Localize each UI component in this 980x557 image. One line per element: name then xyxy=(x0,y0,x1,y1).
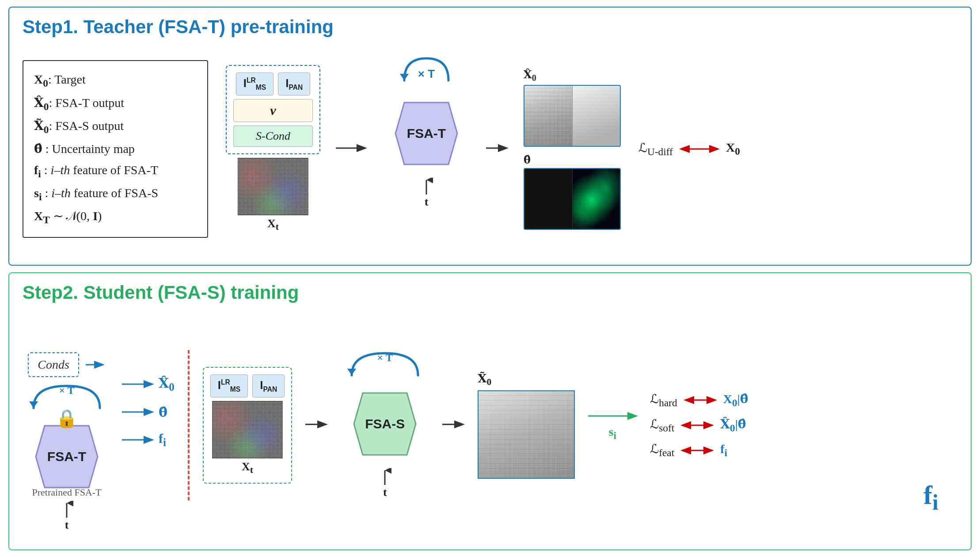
step2-conds-arrow xyxy=(84,358,106,371)
step2-losses: ℒhard X0|θ̂ xyxy=(650,392,748,459)
step1-diagram: ILRMS IPAN v S-Cond Xt xyxy=(226,65,957,233)
step2-noise-canvas xyxy=(212,401,283,458)
step2-target-soft: X̂0|θ̂ xyxy=(720,417,746,434)
step2-output-block: X̃0 xyxy=(478,372,575,478)
step2-t2-wrapper: t xyxy=(378,468,391,499)
step2-content: Conds × T xyxy=(23,310,957,541)
legend-x0: X0: Target xyxy=(34,69,197,92)
step2-fsas-label: FSA-S xyxy=(365,416,405,431)
step2-conds-box: Conds xyxy=(28,352,79,377)
step2-fsas-hex: FSA-S xyxy=(341,380,429,468)
step2-x0hat-label: X̂0 xyxy=(159,375,175,393)
step1-output-sat2 xyxy=(572,86,620,146)
step2-loss-soft-label: ℒsoft xyxy=(650,417,674,434)
step1-fsat-hex: FSA-T xyxy=(382,89,471,178)
step2-loss-feat-label: ℒfeat xyxy=(650,442,674,459)
step2-t-label: t xyxy=(65,519,69,532)
step2-loss-hard-label: ℒhard xyxy=(650,392,677,409)
step1-arrow1 xyxy=(334,139,369,159)
step1-fsat-wrapper: × T FSA-T xyxy=(382,89,471,209)
step2-fsas-circular-arrow: × T xyxy=(345,351,425,378)
step2-fi-out: fi xyxy=(120,431,175,449)
step2-thetahat-out: θ̂ xyxy=(120,404,175,420)
step2-xt-noise-block: Xt xyxy=(212,401,283,476)
legend-x0hat: X̂0: FSA-T output xyxy=(34,92,197,115)
step2-x0tilde-img-label: X̃0 xyxy=(478,372,491,388)
step2-repeat-label: × T xyxy=(59,385,74,397)
step2-fi-label: fi xyxy=(159,431,166,449)
step2-section: Step2. Student (FSA-S) training Conds xyxy=(8,272,972,550)
step2-fsas-wrapper: × T FSA-S xyxy=(341,351,429,499)
step1-noise-canvas xyxy=(238,158,308,215)
step2-title: Step2. Student (FSA-S) training xyxy=(23,282,957,303)
legend-xt: XT ∼ 𝒩(0, I) xyxy=(34,206,197,229)
step2-fsat-label: FSA-T xyxy=(47,449,86,464)
step2-t-wrapper: t xyxy=(60,501,73,532)
step2-x0hat-out: X̂0 xyxy=(120,375,175,393)
step2-left-block: Conds × T xyxy=(23,352,111,498)
step2-arrow2 xyxy=(440,416,467,435)
step2-loss-feat-row: ℒfeat fi xyxy=(650,442,748,459)
step2-si-arrow-block: si xyxy=(586,409,639,442)
step1-content: X0: Target X̂0: FSA-T output X̃0: FSA-S … xyxy=(23,46,957,252)
step2-arrow1 xyxy=(303,416,330,435)
step1-losses: ℒU-diff xyxy=(638,141,740,158)
step1-scond-box: S-Cond xyxy=(233,126,313,147)
step2-input-top: ILRMS IPAN xyxy=(210,374,285,397)
step2-t2-label: t xyxy=(383,486,387,499)
legend-si: si : i–th feature of FSA-S xyxy=(34,183,197,206)
step1-input-dashed: ILRMS IPAN v S-Cond xyxy=(226,65,320,154)
step1-theta-img-label: θ̂ xyxy=(524,153,531,166)
step2-fsat-outputs: X̂0 θ̂ xyxy=(120,375,175,449)
step1-output-sat xyxy=(524,86,572,147)
step1-arrow2 xyxy=(484,139,510,159)
step1-ims-box: ILRMS xyxy=(236,72,273,95)
arrow-svg-1 xyxy=(334,139,369,157)
step2-output-img xyxy=(478,390,575,479)
step1-x0hat-img-label: X̂0 xyxy=(524,68,536,83)
main-container: Step1. Teacher (FSA-T) pre-training X0: … xyxy=(8,7,972,550)
step2-repeat2-label: × T xyxy=(377,352,393,364)
step2-conds-row: Conds xyxy=(28,352,106,377)
step1-loss-arrow-svg xyxy=(677,142,722,156)
svg-marker-15 xyxy=(347,369,356,375)
step2-thetahat-label: θ̂ xyxy=(159,404,167,420)
step1-t-wrapper: t xyxy=(420,178,433,209)
step2-loss-soft-row: ℒsoft X̂0|θ̂ xyxy=(650,417,748,434)
step2-lock-icon: 🔒 xyxy=(56,408,78,429)
step1-theta-block: θ̂ xyxy=(524,153,621,230)
step1-repeat-label: × T xyxy=(418,67,435,81)
legend-fi: fi : i–th feature of FSA-T xyxy=(34,160,197,183)
step1-xt-block: Xt xyxy=(238,158,308,233)
step2-ims-box: ILRMS xyxy=(210,374,248,397)
step2-si-label: si xyxy=(609,425,616,442)
step1-output-dark xyxy=(524,169,572,229)
svg-marker-1 xyxy=(400,74,409,80)
step1-output-box-bottom xyxy=(524,168,621,230)
step1-loss-udiff-label: ℒU-diff xyxy=(638,141,673,158)
step2-green-input: ILRMS IPAN Xt xyxy=(203,367,292,483)
legend-box: X0: Target X̂0: FSA-T output X̃0: FSA-S … xyxy=(23,60,208,237)
fi-detected-text: fi xyxy=(923,480,938,515)
step1-v-box: v xyxy=(233,99,313,122)
step1-section: Step1. Teacher (FSA-T) pre-training X0: … xyxy=(8,7,972,266)
step2-target-fi: fi xyxy=(720,442,727,459)
step1-xt-label: Xt xyxy=(267,217,279,233)
step2-loss-hard-row: ℒhard X0|θ̂ xyxy=(650,392,748,409)
step1-input-group: ILRMS IPAN v S-Cond Xt xyxy=(226,65,320,233)
step2-ipan-box: IPAN xyxy=(252,374,285,397)
step1-loss-udiff-row: ℒU-diff xyxy=(638,141,740,158)
legend-theta: θ̂ : Uncertainty map xyxy=(34,138,197,160)
step2-right: ILRMS IPAN Xt xyxy=(203,351,957,499)
step1-title: Step1. Teacher (FSA-T) pre-training xyxy=(23,16,957,38)
step1-t-label: t xyxy=(425,195,429,209)
legend-x0tilde: X̃0: FSA-S output xyxy=(34,115,197,138)
step2-target-hard: X0|θ̂ xyxy=(723,392,748,409)
step1-loss-x0-label: X0 xyxy=(726,141,740,157)
step2-circular-arrow: × T xyxy=(27,384,106,410)
step1-ipan-box: IPAN xyxy=(278,72,310,95)
step2-fsat-locked-wrapper: × T 🔒 FSA-T xyxy=(23,384,111,532)
step1-fsat-label: FSA-T xyxy=(407,126,446,141)
svg-marker-7 xyxy=(29,401,38,408)
step1-output-box-top xyxy=(524,85,621,147)
